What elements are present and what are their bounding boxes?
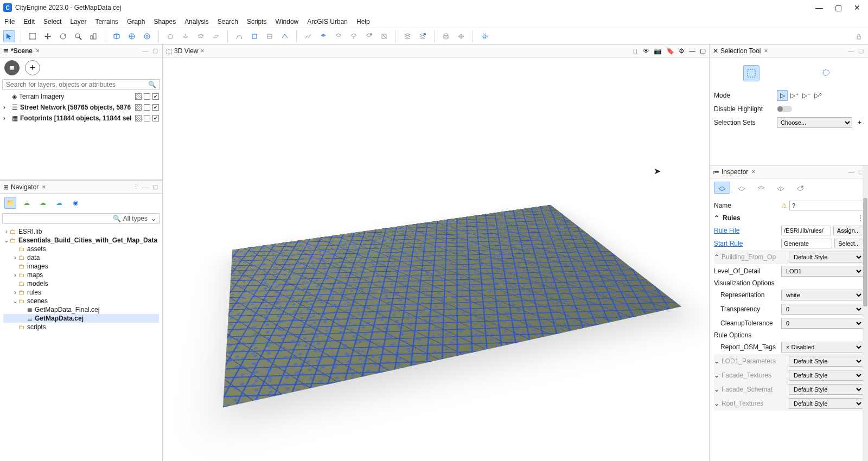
mode-subtract-icon[interactable]: ▷⁻	[801, 90, 812, 101]
scene-panel-title[interactable]: *Scene	[11, 47, 33, 55]
stack-tool2-icon[interactable]	[417, 30, 429, 42]
shape-plane-icon[interactable]	[210, 30, 222, 42]
mesh-tool-icon[interactable]	[455, 30, 467, 42]
edit-tool4-icon[interactable]	[279, 30, 291, 42]
tree-node[interactable]: ›🗀ESRI.lib	[3, 227, 159, 236]
sel-sets-dropdown[interactable]: Choose...	[777, 117, 852, 128]
layer-checkbox[interactable]	[152, 93, 159, 100]
view-eye-icon[interactable]: 👁	[643, 47, 649, 55]
facade-tex-collapse-icon[interactable]: ⌄	[714, 372, 719, 379]
sel-mode-lasso-icon[interactable]	[818, 65, 834, 81]
layer-row[interactable]: › ☰ Street Network [58765 objects, 5876	[0, 102, 162, 113]
view-max-icon[interactable]: ▢	[700, 47, 706, 55]
target-tool-icon[interactable]	[141, 30, 153, 42]
select-tool-icon[interactable]	[3, 30, 15, 42]
insp-close-icon[interactable]: ×	[751, 168, 755, 176]
layer-checkbox[interactable]	[152, 104, 159, 111]
shape-cube-icon[interactable]	[164, 30, 176, 42]
layer-hatch-icon[interactable]	[135, 115, 142, 121]
insp-tab5-icon[interactable]	[792, 182, 808, 194]
facade-schema-collapse-icon[interactable]: ⌄	[714, 386, 719, 393]
filter-dropdown-icon[interactable]: ⌄	[151, 215, 156, 222]
transp-select[interactable]: 0	[781, 304, 864, 315]
inspector-scrollbar[interactable]	[863, 165, 868, 461]
tree-node[interactable]: ⌄🗀scenes	[3, 297, 159, 305]
roof-tex-select[interactable]: Default Style	[789, 398, 864, 409]
zoom-tool-icon[interactable]	[72, 30, 84, 42]
selection-panel-title[interactable]: Selection Tool	[720, 47, 761, 55]
facade-tex-select[interactable]: Default Style	[789, 370, 864, 381]
3dview-close-icon[interactable]: ×	[200, 47, 204, 55]
cleanup-select[interactable]: 0	[781, 318, 864, 329]
frame-tool-icon[interactable]	[27, 30, 39, 42]
report-osm-select[interactable]: × Disabled	[781, 342, 864, 353]
tree-node[interactable]: ›🗀rules	[3, 288, 159, 297]
minimize-button[interactable]: —	[815, 3, 823, 12]
lod-select[interactable]: LOD1	[781, 266, 864, 277]
menu-graph[interactable]: Graph	[127, 18, 145, 25]
menu-window[interactable]: Window	[276, 18, 299, 25]
analysis-tool1-icon[interactable]	[302, 30, 314, 42]
repr-select[interactable]: white	[781, 290, 864, 300]
view-min-icon[interactable]: —	[689, 47, 695, 55]
mode-replace-icon[interactable]: ▷	[777, 90, 788, 101]
search-icon[interactable]: 🔍	[148, 81, 156, 88]
3dview-title[interactable]: 3D View	[174, 47, 198, 55]
lock-icon[interactable]	[853, 30, 865, 42]
navigator-close-icon[interactable]: ×	[42, 183, 46, 191]
menu-analysis[interactable]: Analysis	[184, 18, 209, 25]
sel-close-icon[interactable]: ×	[764, 47, 768, 55]
start-rule-label[interactable]: Start Rule	[714, 240, 779, 247]
menu-arcgis-urban[interactable]: ArcGIS Urban	[307, 18, 348, 25]
close-button[interactable]: ✕	[854, 3, 860, 12]
layer-checkbox[interactable]	[152, 115, 159, 121]
analysis-tool3-icon[interactable]	[333, 30, 344, 42]
inspector-title[interactable]: Inspector	[722, 168, 748, 176]
menu-help[interactable]: Help	[356, 18, 370, 25]
nav-link-icon[interactable]: ⋮	[132, 183, 139, 191]
nav-cloud3-icon[interactable]: ☁	[53, 197, 65, 209]
lod1-style-select[interactable]: Default Style	[789, 356, 864, 367]
facade-schema-select[interactable]: Default Style	[789, 384, 864, 395]
stack-tool1-icon[interactable]	[401, 30, 413, 42]
cube-tool-icon[interactable]	[111, 30, 123, 42]
start-rule-input[interactable]	[781, 239, 832, 248]
layer-row[interactable]: ◈ Terrain Imagery	[0, 91, 162, 102]
tree-node[interactable]: 🗀assets	[3, 245, 159, 253]
mode-intersect-icon[interactable]: ▷ᵒ	[813, 90, 824, 101]
scene-max-icon[interactable]: ▢	[151, 47, 159, 55]
menu-select[interactable]: Select	[43, 18, 61, 25]
nav-max-icon[interactable]: ▢	[151, 183, 159, 191]
view-settings-icon[interactable]: ⚙	[679, 47, 685, 55]
3d-viewport[interactable]: ➤	[163, 57, 709, 461]
cylinder-tool-icon[interactable]	[440, 30, 452, 42]
move-tool-icon[interactable]	[42, 30, 54, 42]
gear-tool-icon[interactable]	[478, 30, 490, 42]
shape-layers-icon[interactable]	[195, 30, 207, 42]
add-layer-button[interactable]: +	[25, 60, 40, 75]
menu-file[interactable]: File	[4, 18, 15, 25]
view-camera-icon[interactable]: 📷	[654, 47, 662, 55]
building-collapse-icon[interactable]: ⌃	[714, 253, 719, 261]
mode-add-icon[interactable]: ▷⁺	[789, 90, 800, 101]
rules-collapse-icon[interactable]: ⌃	[714, 214, 719, 222]
disable-hl-toggle[interactable]	[777, 106, 792, 112]
layer-checkbox[interactable]	[144, 93, 150, 100]
nav-min-icon[interactable]: —	[142, 183, 149, 191]
tree-node[interactable]: 🗀models	[3, 279, 159, 288]
menu-search[interactable]: Search	[218, 18, 238, 25]
edit-tool3-icon[interactable]	[264, 30, 276, 42]
roof-tex-collapse-icon[interactable]: ⌄	[714, 400, 719, 407]
select-button[interactable]: Select...	[834, 239, 864, 248]
tree-node[interactable]: ≣GetMapData.cej	[3, 314, 159, 323]
menu-scripts[interactable]: Scripts	[247, 18, 267, 25]
scale-tool-icon[interactable]	[87, 30, 99, 42]
view-bookmark-icon[interactable]: 🔖	[666, 47, 674, 55]
lod1-collapse-icon[interactable]: ⌄	[714, 357, 719, 365]
tree-node[interactable]: 🗀scripts	[3, 323, 159, 331]
scene-search-input[interactable]	[6, 81, 148, 88]
layer-row[interactable]: › ▦ Footprints [11844 objects, 11844 sel	[0, 113, 162, 124]
sel-min-icon[interactable]: —	[847, 47, 855, 55]
insp-tab4-icon[interactable]	[773, 182, 789, 194]
menu-shapes[interactable]: Shapes	[154, 18, 176, 25]
